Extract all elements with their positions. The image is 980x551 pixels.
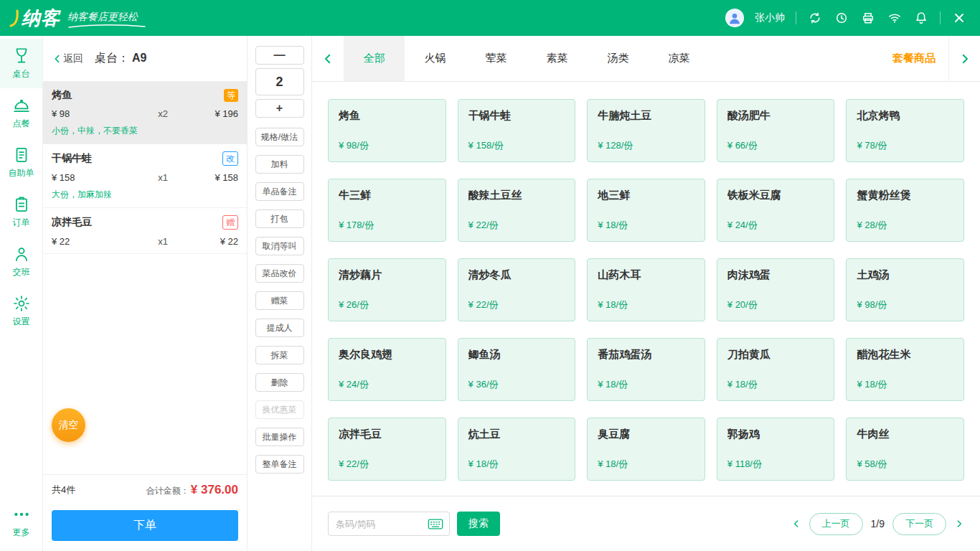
menu-item[interactable]: 刀拍黄瓜¥ 18/份: [717, 338, 835, 401]
batch-operation-button[interactable]: 批量操作: [255, 428, 304, 446]
menu-item[interactable]: 烤鱼¥ 98/份: [328, 99, 446, 162]
sidebar-item-order[interactable]: 点餐: [0, 88, 42, 138]
order-remark-button[interactable]: 整单备注: [255, 455, 304, 474]
delete-item-button[interactable]: 删除: [255, 373, 304, 392]
page-next-icon[interactable]: [954, 519, 964, 529]
order-item-qty: x1: [138, 172, 188, 183]
change-price-button[interactable]: 菜品改价: [255, 264, 304, 283]
cancel-hold-button[interactable]: 取消等叫: [255, 237, 304, 255]
menu-item[interactable]: 肉沫鸡蛋¥ 20/份: [717, 258, 835, 321]
menu-item[interactable]: 炕土豆¥ 18/份: [458, 418, 576, 481]
menu-item[interactable]: 郭扬鸡¥ 118/份: [717, 418, 835, 481]
sidebar: 桌台 点餐 自助单 订单 交班: [0, 36, 43, 551]
menu-item[interactable]: 奥尔良鸡翅¥ 24/份: [328, 338, 446, 401]
order-item[interactable]: 干锅牛蛙 改 ¥ 158 x1 ¥ 158 大份，加麻加辣: [43, 144, 247, 208]
menu-item[interactable]: 酸汤肥牛¥ 66/份: [717, 99, 835, 162]
menu-item-price: ¥ 18/份: [857, 378, 953, 391]
tab-cold[interactable]: 凉菜: [649, 36, 710, 81]
wifi-icon[interactable]: [887, 10, 903, 26]
menu-item-name: 醋泡花生米: [857, 348, 953, 362]
spec-method-button[interactable]: 规格/做法: [255, 128, 304, 146]
sidebar-item-settings[interactable]: 设置: [0, 286, 42, 336]
tab-meat[interactable]: 荤菜: [466, 36, 527, 81]
bell-icon[interactable]: [913, 10, 929, 26]
combo-products-button[interactable]: 套餐商品: [880, 36, 948, 81]
table-goblet-icon: [12, 47, 31, 65]
tab-soup[interactable]: 汤类: [588, 36, 649, 81]
sidebar-item-tables[interactable]: 桌台: [0, 39, 42, 88]
menu-item[interactable]: 土鸡汤¥ 98/份: [846, 258, 964, 321]
sidebar-item-shift[interactable]: 交班: [0, 237, 42, 286]
menu-item[interactable]: 番茄鸡蛋汤¥ 18/份: [587, 338, 705, 401]
menu-item[interactable]: 凉拌毛豆¥ 22/份: [328, 418, 446, 481]
menu-item[interactable]: 鲫鱼汤¥ 36/份: [458, 338, 576, 401]
menu-item-price: ¥ 18/份: [598, 378, 694, 391]
sidebar-item-orders[interactable]: 订单: [0, 187, 42, 237]
menu-item[interactable]: 干锅牛蛙¥ 158/份: [458, 99, 576, 162]
next-page-button[interactable]: 下一页: [892, 513, 946, 535]
menu-item-price: ¥ 36/份: [468, 378, 565, 391]
prev-page-button[interactable]: 上一页: [809, 513, 863, 535]
page-indicator: 1/9: [871, 518, 885, 529]
menu-item-name: 地三鲜: [598, 189, 694, 202]
keyboard-icon[interactable]: [428, 518, 443, 530]
menu-footer: 搜索 上一页 1/9 下一页: [312, 496, 980, 551]
split-dish-button[interactable]: 拆菜: [255, 346, 304, 364]
commission-person-button[interactable]: 提成人: [255, 319, 304, 337]
item-remark-button[interactable]: 单品备注: [255, 182, 304, 201]
printer-icon[interactable]: [860, 10, 876, 26]
user-name[interactable]: 张小帅: [755, 11, 785, 24]
sync-icon[interactable]: [807, 10, 823, 26]
order-panel-header: 返回 桌台：A9: [43, 36, 247, 82]
category-tabbar: 全部 火锅 荤菜 素菜 汤类 凉菜 套餐商品: [312, 36, 980, 82]
menu-item[interactable]: 牛三鲜¥ 178/份: [328, 179, 446, 242]
submit-order-button[interactable]: 下单: [52, 510, 238, 541]
add-topping-button[interactable]: 加料: [255, 155, 304, 174]
menu-item[interactable]: 酸辣土豆丝¥ 22/份: [458, 179, 576, 242]
menu-item-name: 清炒冬瓜: [468, 268, 565, 282]
top-bar: 纳客 纳客餐店更轻松 张小帅: [0, 0, 980, 36]
menu-item[interactable]: 铁板米豆腐¥ 24/份: [717, 179, 835, 242]
menu-item-name: 牛肉丝: [857, 428, 953, 441]
tab-hotpot[interactable]: 火锅: [405, 36, 466, 81]
menu-item[interactable]: 地三鲜¥ 18/份: [587, 179, 705, 242]
menu-item[interactable]: 醋泡花生米¥ 18/份: [846, 338, 964, 401]
menu-item[interactable]: 牛腩炖土豆¥ 128/份: [587, 99, 705, 162]
tab-all[interactable]: 全部: [344, 36, 405, 81]
menu-item[interactable]: 清炒藕片¥ 26/份: [328, 258, 446, 321]
close-icon[interactable]: [951, 10, 967, 26]
qty-minus-button[interactable]: —: [255, 46, 304, 65]
back-button[interactable]: 返回: [52, 52, 83, 65]
menu-item-price: ¥ 66/份: [727, 139, 824, 152]
item-count: 共4件: [52, 484, 75, 496]
takeout-pack-button[interactable]: 打包: [255, 209, 304, 228]
shift-clock-icon[interactable]: [834, 10, 849, 26]
menu-item[interactable]: 蟹黄粉丝煲¥ 28/份: [846, 179, 964, 242]
topbar-actions: 张小帅: [725, 9, 980, 27]
menu-item-name: 肉沫鸡蛋: [727, 268, 824, 282]
page-prev-icon[interactable]: [791, 519, 801, 529]
menu-item[interactable]: 牛肉丝¥ 58/份: [846, 418, 964, 481]
order-item-note: 小份，中辣，不要香菜: [52, 125, 238, 137]
menu-item[interactable]: 清炒冬瓜¥ 22/份: [458, 258, 576, 321]
order-item[interactable]: 凉拌毛豆 赠 ¥ 22 x1 ¥ 22: [43, 208, 247, 254]
barcode-search-input[interactable]: [334, 518, 425, 530]
menu-item[interactable]: 北京烤鸭¥ 78/份: [846, 99, 964, 162]
avatar[interactable]: [725, 9, 744, 27]
wait-badge: 等: [224, 89, 238, 102]
sidebar-item-more[interactable]: 更多: [0, 497, 42, 547]
menu-item-name: 奥尔良鸡翅: [339, 348, 435, 362]
tab-vegetable[interactable]: 素菜: [527, 36, 588, 81]
qty-plus-button[interactable]: +: [255, 99, 304, 118]
order-item[interactable]: 烤鱼 等 ¥ 98 x2 ¥ 196 小份，中辣，不要香菜: [43, 82, 247, 144]
search-button[interactable]: 搜索: [457, 512, 500, 536]
tabs-scroll-right-icon[interactable]: [948, 36, 980, 81]
menu-item[interactable]: 山药木耳¥ 18/份: [587, 258, 705, 321]
menu-item-name: 牛三鲜: [339, 189, 435, 202]
gear-icon: [12, 294, 31, 313]
menu-item[interactable]: 臭豆腐¥ 18/份: [587, 418, 705, 481]
sidebar-item-self-order[interactable]: 自助单: [0, 138, 42, 187]
clear-order-button[interactable]: 清空: [52, 408, 85, 442]
tabs-scroll-left-icon[interactable]: [312, 36, 344, 81]
gift-dish-button[interactable]: 赠菜: [255, 291, 304, 310]
